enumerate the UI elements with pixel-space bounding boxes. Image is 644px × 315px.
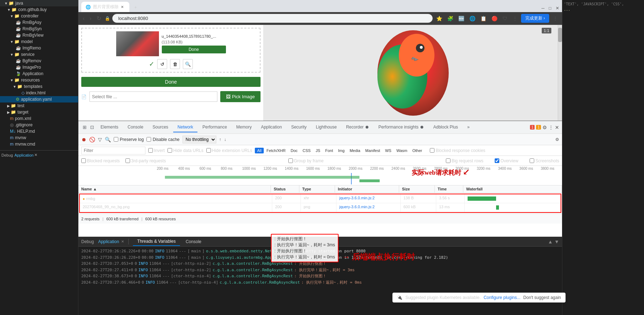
sidebar-item-templates[interactable]: ▼ 📁 templates [0, 83, 78, 90]
table-row-rmbg[interactable]: ● rmbg 200 xhr jquery-3.6.0.min.js:2 138… [80, 194, 561, 203]
devtools-tab-security[interactable]: Security [287, 122, 311, 132]
devtools-tab-recorder[interactable]: Recorder ⏺ [342, 122, 373, 132]
col-header-initiator[interactable]: Initiator [335, 185, 399, 193]
url-bar[interactable] [112, 14, 433, 23]
filter-other[interactable]: Other [410, 148, 424, 153]
ext-more[interactable]: ⋮ [511, 15, 519, 22]
clear-btn[interactable]: 🚫 [89, 137, 95, 142]
col-header-size[interactable]: Size [399, 185, 435, 193]
throttle-select[interactable]: No throttling [182, 136, 216, 143]
blocked-cookies-cb[interactable] [430, 148, 434, 153]
devtools-tab-perfinsights[interactable]: Performance insights ⏺ [374, 122, 428, 132]
sidebar-item-pomxml[interactable]: m pom.xml [0, 115, 78, 122]
dismiss-plugin-btn[interactable]: Don't suggest again [523, 295, 561, 300]
record-btn[interactable]: ⏺ [81, 137, 86, 142]
devtools-toggle-btn[interactable]: ⊞ [81, 123, 88, 131]
browser-tab-active[interactable]: 🌐 图片背景移除 ✕ [81, 2, 129, 12]
error-badge[interactable]: 1 [530, 125, 535, 130]
preserve-log-cb[interactable] [114, 137, 118, 142]
hide-ext-urls-label[interactable]: Hide extension URLs [206, 148, 252, 153]
scrollbar[interactable] [558, 25, 562, 121]
invert-label[interactable]: Invert [148, 148, 165, 153]
initiator-link-1[interactable]: jquery-3.6.0.min.js:2 [336, 194, 401, 203]
back-btn[interactable]: ‹ [81, 14, 86, 23]
group-by-frame-cb[interactable] [288, 158, 293, 163]
sidebar-item-rmbgasy[interactable]: ☕ RmBgAsy [0, 19, 78, 26]
devtools-tab-network[interactable]: Network [173, 122, 197, 132]
blocked-req-cb[interactable] [81, 158, 86, 163]
sidebar-item-service[interactable]: ▼ 📁 service [0, 51, 78, 58]
sidebar-item-controller[interactable]: ▼ 📁 controller [0, 13, 78, 19]
devtools-tab-console[interactable]: Console [123, 122, 148, 132]
warning-badge[interactable]: 1 [536, 125, 541, 130]
search-btn[interactable]: 🔍 [105, 137, 111, 142]
sidebar-item-mvnwcmd[interactable]: m mvnw.cmd [0, 141, 78, 147]
hide-data-urls-cb[interactable] [168, 148, 172, 153]
col-header-time[interactable]: Time [435, 185, 463, 193]
group-by-frame-label[interactable]: Group by frame [288, 158, 324, 163]
overview-label[interactable]: Overview [495, 158, 518, 163]
sidebar-item-com[interactable]: ▼ 📁 com.github.liuy [0, 6, 78, 13]
sidebar-item-application-yaml[interactable]: ⚙ application.yaml [0, 96, 78, 103]
devtools-options-btn[interactable]: ⋮ [548, 125, 553, 130]
menu-btn[interactable]: ⋮ [551, 15, 559, 22]
update-btn[interactable]: 完成更新 › [521, 14, 549, 23]
disable-cache-label[interactable]: Disable cache [146, 137, 179, 142]
hide-ext-urls-cb[interactable] [206, 148, 211, 153]
big-rows-cb[interactable] [446, 158, 450, 163]
select-file-input[interactable] [89, 91, 217, 102]
new-tab-button[interactable]: + [130, 3, 143, 12]
delete-upload-btn[interactable]: 🗑 [170, 59, 180, 69]
ext-btn4[interactable]: 📋 [479, 15, 488, 22]
sidebar-item-imagepro[interactable]: ☕ ImagePro [0, 64, 78, 70]
settings-gear-btn[interactable]: ⚙ [555, 137, 559, 142]
minimize-btn[interactable]: ─ [541, 6, 545, 11]
ext-btn3[interactable]: 🌐 [468, 15, 477, 22]
sidebar-item-test[interactable]: ▶ 📁 test [0, 103, 78, 109]
sidebar-item-gitignore[interactable]: ◎ .gitignore [0, 122, 78, 128]
third-party-cb[interactable] [125, 158, 130, 163]
sidebar-item-rmbgview[interactable]: ☕ RmBgView [0, 32, 78, 38]
overview-cb[interactable] [495, 158, 499, 163]
invert-cb[interactable] [148, 148, 153, 153]
zoom-upload-btn[interactable]: 🔍 [183, 59, 193, 69]
filter-js[interactable]: JS [314, 148, 323, 153]
sidebar-item-model[interactable]: ▼ 📁 model [0, 38, 78, 45]
filter-css[interactable]: CSS [300, 148, 313, 153]
devtools-settings-btn[interactable]: ⚙ [542, 125, 547, 130]
devtools-tab-elements[interactable]: Elements [96, 122, 123, 132]
col-header-waterfall[interactable]: Waterfall [463, 185, 562, 193]
devtools-close-btn[interactable]: ✕ [555, 125, 559, 130]
col-header-status[interactable]: Status [271, 185, 299, 193]
devtools-tab-memory[interactable]: Memory [232, 122, 256, 132]
step-up-btn[interactable]: ▲ [548, 239, 553, 245]
devtools-tab-application[interactable]: Application [257, 122, 286, 132]
filter-manifest[interactable]: Manifest [363, 148, 382, 153]
debug-close-btn[interactable]: ✕ [121, 240, 124, 243]
import-btn[interactable]: ↓ [224, 137, 226, 142]
sidebar-item-rmbgsyn[interactable]: ☕ RmBgSyn [0, 26, 78, 32]
tab-close-btn[interactable]: ✕ [121, 5, 124, 9]
filter-ws[interactable]: WS [383, 148, 393, 153]
sidebar-item-helpmd[interactable]: M↓ HELP.md [0, 128, 78, 135]
table-row-png[interactable]: 202706468_99_no_bg.png 200 png jquery-3.… [80, 203, 561, 212]
blocked-cookies-label[interactable]: Blocked response cookies [430, 148, 485, 153]
devtools-tab-more[interactable]: » [463, 122, 474, 132]
big-rows-label[interactable]: Big request rows [446, 158, 483, 163]
scroll-thumb[interactable] [558, 28, 562, 42]
filter-all[interactable]: All [255, 148, 263, 153]
pick-image-btn[interactable]: 🖼 Pick Image [220, 91, 261, 102]
ext-btn6[interactable]: 🛡 [501, 15, 509, 22]
ext-btn5[interactable]: 🔴 [490, 15, 499, 22]
ext-btn2[interactable]: 🆕 [457, 15, 466, 22]
ext-btn1[interactable]: 🧩 [446, 15, 455, 22]
sidebar-item-resources[interactable]: ▼ 📁 resources [0, 77, 78, 83]
filter-fetchxhr[interactable]: Fetch/XHR [264, 148, 288, 153]
sidebar-item-mvnw[interactable]: m mvnw [0, 135, 78, 141]
filter-font[interactable]: Font [323, 148, 335, 153]
close-btn[interactable]: ✕ [556, 6, 559, 11]
debug-tab-threads[interactable]: Threads & Variables [133, 237, 180, 246]
col-header-name[interactable]: Name ▲ [78, 185, 271, 193]
preserve-log-label[interactable]: Preserve log [114, 137, 144, 142]
sidebar-item-application[interactable]: 🍃 Application [0, 70, 78, 77]
